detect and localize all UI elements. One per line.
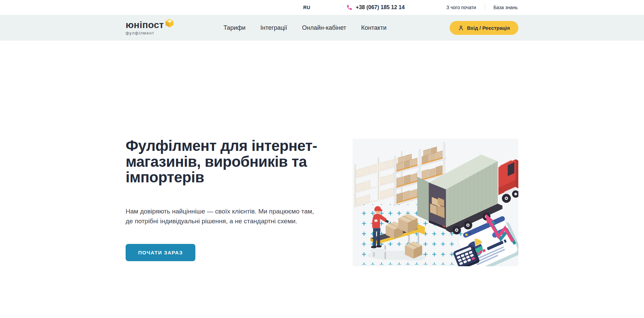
logo-subtitle: фулфілмент	[126, 31, 164, 36]
topbar-link-start[interactable]: З чого почати	[438, 5, 485, 10]
phone-link[interactable]: +38 (067) 185 12 14	[346, 4, 405, 10]
hero-inner: Фулфілмент для інтернет-магазинів, вироб…	[126, 41, 518, 314]
logo-name: юніпост	[126, 20, 164, 30]
phone-icon	[346, 4, 352, 10]
hero-section: Фулфілмент для інтернет-магазинів, вироб…	[0, 41, 644, 314]
hero-illustration	[352, 138, 518, 266]
main-nav: Тарифи Інтеграції Онлайн-кабінет Контакт…	[223, 24, 387, 31]
topbar: RU +38 (067) 185 12 14 З чого почати Баз…	[0, 0, 644, 15]
phone-number: +38 (067) 185 12 14	[356, 4, 405, 10]
warehouse-illustration	[352, 139, 518, 266]
topbar-inner: RU +38 (067) 185 12 14 З чого почати Баз…	[126, 4, 518, 11]
login-button-label: Вхід / Реєстрація	[467, 25, 510, 31]
header-inner: юніпост фулфілмент Тарифи Інтеграції Онл…	[126, 20, 518, 36]
hero-description: Нам довіряють найцінніше — своїх клієнті…	[126, 206, 322, 226]
logo[interactable]: юніпост фулфілмент	[126, 20, 174, 36]
language-switcher[interactable]: RU	[303, 5, 310, 10]
login-register-button[interactable]: Вхід / Реєстрація	[450, 21, 518, 35]
logo-text: юніпост фулфілмент	[126, 20, 164, 36]
nav-item-integrations[interactable]: Інтеграції	[260, 24, 287, 31]
header: юніпост фулфілмент Тарифи Інтеграції Онл…	[0, 15, 644, 41]
topbar-link-knowledge[interactable]: База знань	[485, 5, 518, 10]
hero-copy: Фулфілмент для інтернет-магазинів, вироб…	[126, 138, 352, 261]
nav-item-contacts[interactable]: Контакти	[361, 24, 387, 31]
page-title: Фулфілмент для інтернет-магазинів, вироб…	[126, 138, 349, 185]
nav-item-tariffs[interactable]: Тарифи	[223, 24, 245, 31]
nav-item-cabinet[interactable]: Онлайн-кабінет	[302, 24, 346, 31]
start-now-button[interactable]: ПОЧАТИ ЗАРАЗ	[126, 244, 195, 261]
cube-send-icon	[165, 18, 174, 27]
user-icon	[458, 25, 464, 31]
